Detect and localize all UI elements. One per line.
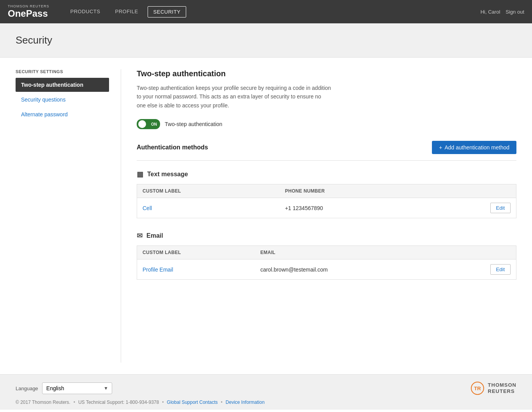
sidebar-item-alternate-password[interactable]: Alternate password [16,107,109,121]
dot-separator-2: • [162,400,164,405]
auth-methods-header: Authentication methods + Add authenticat… [137,141,516,154]
support-text: US Technical Support: 1-800-934-9378 [78,400,159,405]
dot-separator-3: • [221,400,222,405]
page-title: Security [16,34,516,46]
tr-logo: TR THOMSON REUTERS [471,382,516,395]
language-select-wrapper: English ▼ [42,382,112,394]
language-row: Language English ▼ [16,382,112,394]
text-message-icon: ▩ [137,170,143,179]
table-row: Cell +1 1234567890 Edit [137,198,516,218]
global-support-link[interactable]: Global Support Contacts [167,400,218,405]
col-custom-label: CUSTOM LABEL [137,184,280,198]
main-content: Two-step authentication Two-step authent… [121,69,516,363]
edit-email-button[interactable]: Edit [490,264,511,275]
sidebar-heading: Security Settings [16,69,109,74]
text-message-label: Text message [147,171,188,178]
add-method-label: Add authentication method [444,144,509,151]
edit-phone-button[interactable]: Edit [490,203,511,213]
nav-security[interactable]: Security [148,6,187,18]
two-step-title: Two-step authentication [137,69,516,78]
footer-bottom: © 2017 Thomson Reuters. • US Technical S… [16,400,516,405]
copyright-text: © 2017 Thomson Reuters. [16,400,70,405]
footer: Language English ▼ TR THOMSON REUTERS © … [0,374,532,410]
text-message-header: ▩ Text message [137,170,516,179]
email-section: ✉ Email CUSTOM LABEL EMAIL Profile Email… [137,231,516,280]
brand-white: Pass [26,8,48,19]
section-divider [137,160,516,161]
sidebar-item-two-step[interactable]: Two-step authentication [16,78,109,92]
nav-links: Products Profile Security [65,6,481,18]
page-header: Security [0,23,532,58]
cell-email-label[interactable]: Profile Email [143,266,173,273]
email-label: Email [146,232,163,239]
signout-link[interactable]: Sign out [506,9,524,15]
col-action-placeholder [426,184,516,198]
email-table: CUSTOM LABEL EMAIL Profile Email carol.b… [137,245,516,280]
dot-separator: • [74,400,75,405]
footer-top: Language English ▼ TR THOMSON REUTERS [16,382,516,395]
nav-greeting: Hi, Carol [481,9,500,15]
col-custom-label-email: CUSTOM LABEL [137,246,255,259]
table-row: Profile Email carol.brown@testemail.com … [137,259,516,280]
cell-label[interactable]: Cell [143,205,152,211]
nav-right: Hi, Carol Sign out [481,9,524,15]
email-header: ✉ Email [137,231,516,240]
device-information-link[interactable]: Device Information [225,400,264,405]
tr-logo-icon: TR [471,382,484,395]
svg-text:TR: TR [474,386,481,391]
brand-orange: One [8,8,26,19]
language-label: Language [16,386,38,391]
col-phone-number: PHONE NUMBER [280,184,426,198]
cell-phone: +1 1234567890 [280,198,426,218]
main-layout: Security Settings Two-step authenticatio… [0,58,532,374]
add-authentication-method-button[interactable]: + Add authentication method [432,141,516,154]
email-icon: ✉ [137,231,143,240]
cell-email-value: carol.brown@testemail.com [255,259,441,280]
two-step-toggle[interactable]: ON [137,119,160,129]
toggle-text-label: Two-step authentication [165,121,222,127]
tr-logo-text: THOMSON REUTERS [488,382,516,394]
sidebar-item-security-questions[interactable]: Security questions [16,93,109,107]
col-email: EMAIL [255,246,441,259]
toggle-row: ON Two-step authentication [137,119,516,129]
auth-methods-title: Authentication methods [137,144,208,151]
col-action-placeholder-email [441,246,516,259]
navbar: THOMSON REUTERS OnePass Products Profile… [0,0,532,23]
two-step-description: Two-step authentication keeps your profi… [137,84,331,110]
text-message-section: ▩ Text message CUSTOM LABEL PHONE NUMBER… [137,170,516,218]
nav-products[interactable]: Products [65,6,106,18]
text-message-table: CUSTOM LABEL PHONE NUMBER Cell +1 123456… [137,184,516,218]
add-icon: + [439,144,442,151]
logo: THOMSON REUTERS OnePass [8,5,49,19]
brand-name: OnePass [8,9,49,19]
toggle-on-label: ON [151,122,157,126]
language-select[interactable]: English [42,382,112,394]
sidebar: Security Settings Two-step authenticatio… [16,69,121,363]
nav-profile[interactable]: Profile [109,6,143,18]
